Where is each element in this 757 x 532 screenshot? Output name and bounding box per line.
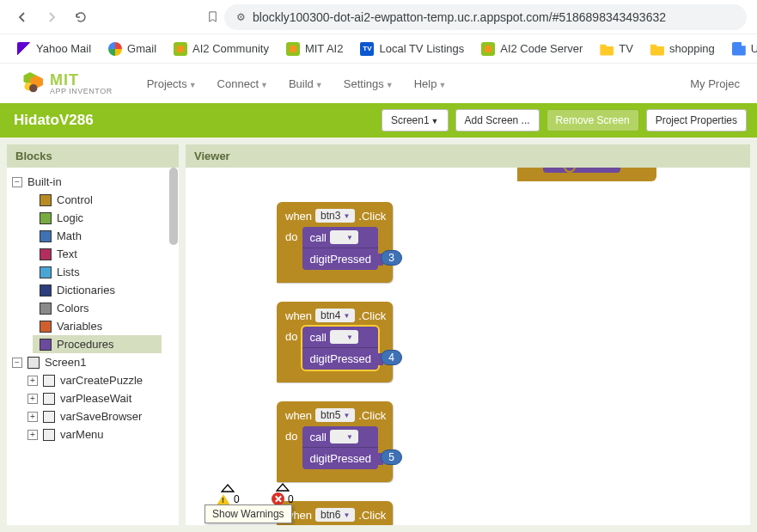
cat-logic[interactable]: Logic	[7, 209, 179, 227]
yahoo-icon	[17, 42, 31, 56]
blocks-tree[interactable]: − Built-in Control Logic Math Text Lists…	[7, 168, 179, 525]
screen-icon	[27, 357, 40, 369]
address-bar[interactable]: ⚙ blockly100300-dot-ai2-ewpatton-temp.uc…	[224, 4, 747, 30]
bookmark-item[interactable]: Gmail	[101, 39, 163, 59]
folder-icon	[650, 42, 664, 56]
menu-connect[interactable]: Connect▼	[209, 74, 277, 94]
digit-block[interactable]: digitPressed3	[302, 248, 378, 270]
call-block[interactable]: call ▼	[302, 327, 378, 347]
collapse-icon[interactable]: −	[12, 358, 22, 368]
viewer-canvas[interactable]: whenbtn3 ▼.Clickdocall ▼digitPressed3whe…	[186, 168, 750, 525]
bookmark-item[interactable]: TV	[593, 39, 640, 59]
tree-var[interactable]: +varSaveBrowser	[7, 407, 179, 425]
cat-dictionaries[interactable]: Dictionaries	[7, 281, 179, 299]
gmail-icon	[108, 42, 122, 56]
folder-icon	[600, 42, 614, 56]
number-literal[interactable]: 4	[381, 350, 402, 365]
nav-forward-button[interactable]	[40, 5, 64, 29]
var-icon	[43, 429, 55, 441]
tree-builtin[interactable]: − Built-in	[7, 173, 179, 191]
digit-block[interactable]: digitPressed4	[302, 347, 378, 370]
do-body[interactable]: call ▼digitPressed3	[302, 227, 378, 270]
tree-var[interactable]: +varCreatePuzzle	[7, 371, 179, 389]
viewer-canvas-wrap[interactable]: whenbtn3 ▼.Clickdocall ▼digitPressed3whe…	[186, 168, 750, 525]
bookmark-item[interactable]: AI2 Code Server	[474, 39, 589, 59]
blocks-panel: Blocks − Built-in Control Logic Math Tex…	[7, 144, 179, 525]
cat-math[interactable]: Math	[7, 227, 179, 245]
nav-reload-button[interactable]	[69, 5, 93, 29]
bookmark-icon[interactable]	[206, 10, 219, 23]
bee-icon	[17, 71, 43, 95]
menu-settings[interactable]: Settings▼	[335, 74, 402, 94]
event-block[interactable]: whenbtn5 ▼.Clickdocall ▼digitPressed5	[277, 401, 393, 482]
tree-var[interactable]: +varPleaseWait	[7, 389, 179, 407]
color-swatch	[40, 321, 52, 333]
proc-dropdown[interactable]: ▼	[330, 430, 358, 443]
expand-icon[interactable]: +	[27, 394, 38, 404]
cat-control[interactable]: Control	[7, 191, 179, 209]
event-block[interactable]: whenbtn4 ▼.Clickdocall ▼digitPressed4	[277, 302, 393, 382]
call-block[interactable]: call ▼	[302, 426, 378, 447]
do-label: do	[285, 327, 297, 343]
cat-text[interactable]: Text	[7, 245, 179, 263]
add-screen-button[interactable]: Add Screen ...	[455, 109, 540, 131]
bookmark-item[interactable]: TVLocal TV Listings	[353, 39, 471, 59]
viewer-panel-header: Viewer	[186, 144, 750, 168]
cat-variables[interactable]: Variables	[7, 317, 179, 335]
screen-selector[interactable]: Screen1▼	[382, 109, 449, 131]
scroll-thumb[interactable]	[169, 168, 178, 245]
component-dropdown[interactable]: btn6 ▼	[315, 508, 355, 522]
menu-help[interactable]: Help▼	[406, 74, 455, 94]
number-literal[interactable]: 5	[381, 449, 402, 465]
component-dropdown[interactable]: btn4 ▼	[315, 309, 355, 322]
cat-lists[interactable]: Lists	[7, 263, 179, 281]
do-body[interactable]: call ▼digitPressed5	[302, 426, 378, 469]
var-icon	[43, 393, 55, 405]
number-literal[interactable]: 3	[381, 250, 402, 266]
cat-colors[interactable]: Colors	[7, 299, 179, 317]
collapse-icon[interactable]: −	[12, 177, 22, 187]
mit-logo[interactable]: MIT APP INVENTOR	[17, 71, 113, 95]
ai2-icon	[174, 42, 187, 56]
bookmarks-bar: Yahoo Mail Gmail AI2 Community MIT AI2 T…	[0, 34, 757, 64]
remove-screen-button[interactable]: Remove Screen	[546, 109, 639, 131]
event-block[interactable]: whenbtn6 ▼.Click	[277, 501, 393, 525]
digit-block[interactable]: digitPressed5	[302, 447, 378, 469]
expand-icon[interactable]: +	[27, 412, 38, 422]
proc-dropdown[interactable]: ▼	[330, 330, 358, 344]
nav-back-button[interactable]	[10, 5, 34, 29]
expand-icon[interactable]: +	[27, 430, 38, 440]
proc-dropdown[interactable]: ▼	[330, 230, 358, 244]
color-swatch	[40, 284, 52, 297]
component-dropdown[interactable]: btn3 ▼	[315, 209, 355, 223]
bookmark-item[interactable]: Unchiv	[725, 39, 757, 59]
tree-screen1[interactable]: − Screen1	[7, 353, 179, 371]
bookmark-item[interactable]: MIT AI2	[279, 39, 351, 59]
component-dropdown[interactable]: btn5 ▼	[315, 408, 355, 422]
project-bar: HidatoV286 Screen1▼ Add Screen ... Remov…	[0, 103, 757, 138]
event-block-stub[interactable]	[517, 168, 656, 181]
menu-projects[interactable]: Projects▼	[138, 74, 205, 94]
event-block[interactable]: whenbtn3 ▼.Clickdocall ▼digitPressed3	[277, 202, 393, 283]
tree-var[interactable]: +varMenu	[7, 425, 179, 443]
project-properties-button[interactable]: Project Properties	[646, 109, 747, 131]
bookmark-item[interactable]: AI2 Community	[167, 39, 276, 59]
site-settings-icon[interactable]: ⚙	[236, 11, 246, 23]
triangle-up-icon	[276, 483, 290, 492]
bookmark-item[interactable]: Yahoo Mail	[10, 39, 98, 59]
when-label: when	[285, 210, 312, 223]
expand-icon[interactable]: +	[27, 376, 38, 386]
color-swatch	[40, 230, 52, 242]
call-block[interactable]: call ▼	[302, 227, 378, 248]
do-body[interactable]: call ▼digitPressed4	[302, 327, 378, 370]
viewer-panel: Viewer whenbtn3 ▼.Clickdocall ▼digitPres…	[186, 144, 750, 525]
warning-icon	[217, 494, 230, 505]
browser-toolbar: ⚙ blockly100300-dot-ai2-ewpatton-temp.uc…	[0, 0, 757, 34]
cat-procedures[interactable]: Procedures	[33, 335, 162, 353]
menu-build[interactable]: Build▼	[280, 74, 332, 94]
menu-my-projects[interactable]: My Projec	[690, 77, 740, 90]
bookmark-item[interactable]: shopping	[644, 39, 722, 59]
tv-icon: TV	[360, 42, 374, 56]
warning-count: 0	[234, 493, 240, 505]
tree-scrollbar[interactable]	[168, 168, 179, 525]
